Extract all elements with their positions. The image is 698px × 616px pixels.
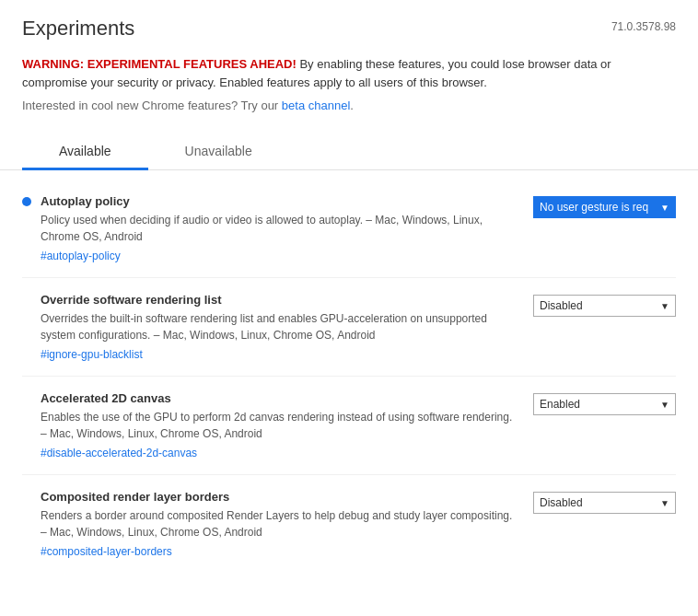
- warning-section: WARNING: EXPERIMENTAL FEATURES AHEAD! By…: [0, 50, 698, 122]
- experiment-link[interactable]: #ignore-gpu-blacklist: [41, 348, 143, 361]
- experiment-desc: Overrides the built-in software renderin…: [41, 310, 515, 343]
- experiment-item: Override software rendering list Overrid…: [22, 278, 676, 377]
- dropdown-value: Enabled: [540, 398, 580, 411]
- experiment-control[interactable]: Disabled ▼: [533, 492, 676, 514]
- experiment-desc: Policy used when deciding if audio or vi…: [41, 212, 515, 245]
- interested-text: Interested in cool new Chrome features? …: [22, 99, 676, 112]
- experiment-control[interactable]: Enabled ▼: [533, 393, 676, 415]
- experiment-item: Autoplay policy Policy used when decidin…: [22, 180, 676, 278]
- experiment-title: Composited render layer borders: [41, 490, 515, 504]
- experiment-link[interactable]: #autoplay-policy: [41, 250, 121, 262]
- interested-suffix: .: [350, 99, 354, 112]
- experiment-content: Accelerated 2D canvas Enables the use of…: [41, 391, 533, 459]
- accelerated-canvas-dropdown[interactable]: Enabled ▼: [533, 393, 676, 415]
- warning-label: WARNING: EXPERIMENTAL FEATURES AHEAD!: [22, 57, 297, 71]
- experiment-desc: Renders a border around composited Rende…: [41, 507, 515, 540]
- beta-channel-link[interactable]: beta channel: [282, 99, 350, 112]
- tab-available[interactable]: Available: [22, 134, 148, 170]
- experiment-control[interactable]: Disabled ▼: [533, 295, 676, 317]
- experiment-desc: Enables the use of the GPU to perform 2d…: [41, 409, 515, 442]
- dropdown-value: Disabled: [540, 496, 583, 509]
- autoplay-policy-dropdown[interactable]: No user gesture is req ▼: [533, 196, 676, 218]
- experiment-content: Override software rendering list Overrid…: [41, 293, 533, 361]
- chevron-down-icon: ▼: [660, 301, 669, 311]
- warning-text: WARNING: EXPERIMENTAL FEATURES AHEAD! By…: [22, 55, 676, 91]
- experiment-title: Override software rendering list: [41, 293, 515, 307]
- version-number: 71.0.3578.98: [611, 20, 676, 33]
- tab-unavailable[interactable]: Unavailable: [148, 134, 289, 170]
- experiment-title: Accelerated 2D canvas: [41, 391, 515, 405]
- dropdown-value: No user gesture is req: [540, 201, 648, 214]
- experiment-link[interactable]: #composited-layer-borders: [41, 545, 172, 558]
- experiment-link[interactable]: #disable-accelerated-2d-canvas: [41, 447, 197, 459]
- composited-borders-dropdown[interactable]: Disabled ▼: [533, 492, 676, 514]
- chevron-down-icon: ▼: [660, 203, 669, 213]
- dropdown-value: Disabled: [540, 299, 583, 312]
- experiment-title: Autoplay policy: [41, 194, 515, 208]
- chevron-down-icon: ▼: [660, 400, 669, 410]
- experiment-active-dot: [22, 197, 31, 206]
- page-title: Experiments: [22, 17, 134, 41]
- experiment-content: Autoplay policy Policy used when decidin…: [41, 194, 533, 262]
- interested-prefix: Interested in cool new Chrome features? …: [22, 99, 282, 112]
- experiment-title-text: Autoplay policy: [41, 194, 130, 208]
- experiment-item: Accelerated 2D canvas Enables the use of…: [22, 377, 676, 475]
- override-rendering-dropdown[interactable]: Disabled ▼: [533, 295, 676, 317]
- tabs-container: Available Unavailable: [0, 134, 698, 170]
- experiment-control[interactable]: No user gesture is req ▼: [533, 196, 676, 218]
- chevron-down-icon: ▼: [660, 498, 669, 508]
- experiments-list: Autoplay policy Policy used when decidin…: [0, 170, 698, 582]
- experiment-item: Composited render layer borders Renders …: [22, 475, 676, 573]
- experiment-content: Composited render layer borders Renders …: [41, 490, 533, 558]
